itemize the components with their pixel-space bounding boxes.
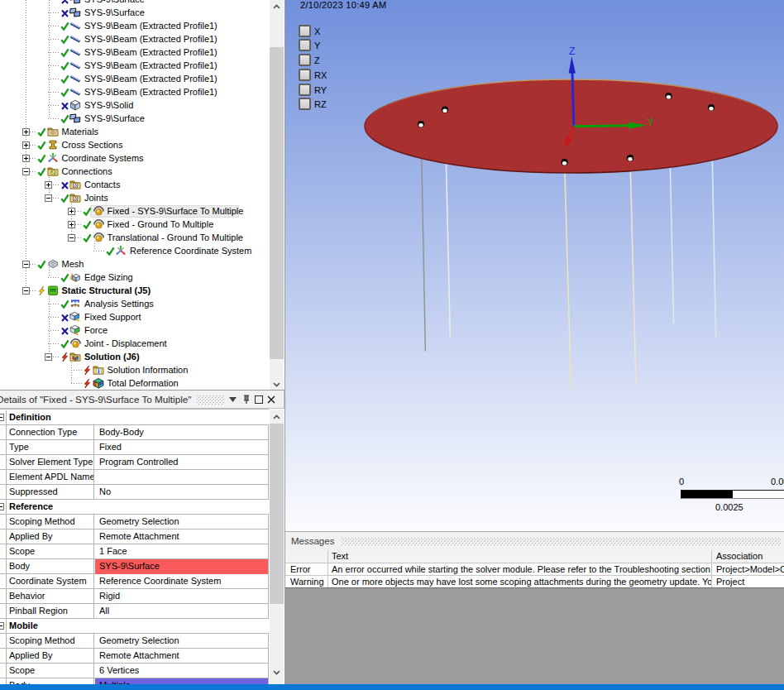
svg-text:Z: Z	[569, 46, 575, 57]
svg-text:Y: Y	[648, 117, 654, 128]
